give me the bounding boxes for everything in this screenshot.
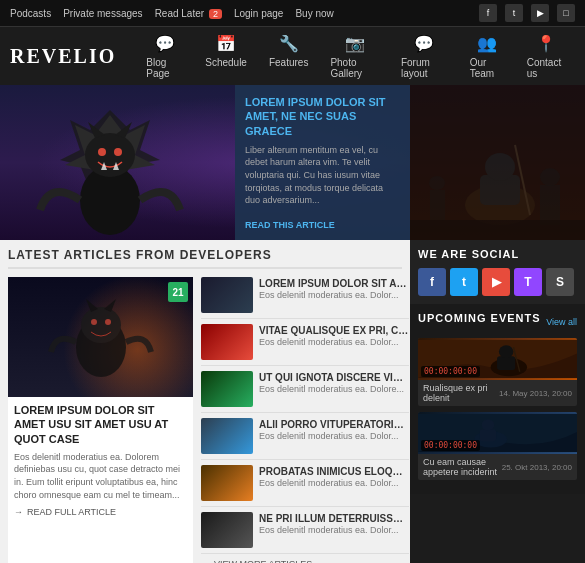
nav-photo-gallery[interactable]: 📷 Photo Gallery [320,28,389,85]
event-card-1[interactable]: 00:00:00:00 Rualisque ex pri delenit 14.… [418,338,577,406]
hero-card-title: LOREM IPSUM DOLOR SIT AMET, NE NEC SUAS … [245,95,400,138]
events-view-all[interactable]: View all [546,317,577,327]
contact-icon: 📍 [536,34,556,53]
nav-features[interactable]: 🔧 Features [259,28,318,85]
svg-point-5 [114,148,122,156]
hero-card-text: Liber alterum mentitum ea vel, cu debet … [245,144,400,214]
nav-our-team[interactable]: 👥 Our Team [460,28,515,85]
sidebar-hero-bg [410,85,585,240]
twitter-button[interactable]: t [450,268,478,296]
youtube-button[interactable]: ▶ [482,268,510,296]
topbar-twitter-icon[interactable]: t [505,4,523,22]
facebook-button[interactable]: f [418,268,446,296]
nav: REVELIO 💬 Blog Page 📅 Schedule 🔧 Feature… [0,27,585,85]
social-title: WE ARE SOCIAL [418,248,577,260]
article-thumb-1 [201,277,253,313]
article-title-5[interactable]: PROBATAS INIMICUS ELOQUENTIA... [259,465,409,478]
logo[interactable]: REVELIO [10,45,116,68]
list-item: LOREM IPSUM DOLOR SIT AMET US... Eos del… [201,277,409,319]
article-list: LOREM IPSUM DOLOR SIT AMET US... Eos del… [201,277,409,563]
article-text-5: PROBATAS INIMICUS ELOQUENTIA... Eos dele… [259,465,409,501]
article-thumb-4 [201,418,253,454]
articles-grid: 21 LOREM IPSUM DOLOR SIT AMET USU SIT AM… [8,277,402,563]
events-header: UPCOMING EVENTS View all [418,312,577,332]
svg-point-22 [540,168,560,186]
article-thumb-2 [201,324,253,360]
steam-button[interactable]: S [546,268,574,296]
list-item: ALII PORRO VITUPERATORIBUS ME... Eos del… [201,418,409,460]
article-desc-6: Eos delenitl moderatius ea. Dolor... [259,525,409,537]
article-desc-3: Eos delenitl moderatius ea. Dolore... [259,384,409,396]
svg-rect-25 [410,220,585,240]
svg-rect-21 [540,185,560,225]
nav-blog-page[interactable]: 💬 Blog Page [136,28,193,85]
hero-creature-image [30,100,190,240]
article-text-6: NE PRI ILLUM DETERRUISSET LORE... Eos de… [259,512,409,548]
twitch-button[interactable]: T [514,268,542,296]
svg-rect-28 [497,356,515,370]
article-title-3[interactable]: UT QUI IGNOTA DISCERE VIVENDO,... [259,371,409,384]
featured-title: LOREM IPSUM DOLOR SIT AMET USU SIT AMET … [14,403,187,446]
featured-read-link[interactable]: → READ FULL ARTICLE [14,507,187,517]
article-desc-1: Eos delenitl moderatius ea. Dolor... [259,290,409,302]
article-desc-4: Eos delenitl moderatius ea. Dolor... [259,431,409,443]
event-info-2: Cu eam causae appetere inciderint 25. Ok… [418,454,577,480]
blog-icon: 💬 [155,34,175,53]
schedule-icon: 📅 [216,34,236,53]
event-timer-2: 00:00:00:00 [421,440,480,451]
svg-point-13 [105,319,111,325]
topbar-read-later[interactable]: Read Later 2 [155,8,222,19]
topbar-other-icon[interactable]: □ [557,4,575,22]
sidebar-events: UPCOMING EVENTS View all 00:00:00:00 [410,304,585,494]
events-title: UPCOMING EVENTS [418,312,541,324]
article-title-4[interactable]: ALII PORRO VITUPERATORIBUS ME... [259,418,409,431]
svg-point-12 [91,319,97,325]
event-info-1: Rualisque ex pri delenit 14. May 2013, 2… [418,380,577,406]
sidebar-social: WE ARE SOCIAL f t ▶ T S [410,240,585,304]
nav-items: 💬 Blog Page 📅 Schedule 🔧 Features 📷 Phot… [136,28,575,85]
list-item: NE PRI ILLUM DETERRUISSET LORE... Eos de… [201,512,409,554]
article-title-2[interactable]: VITAE QUALISQUE EX PRI, CU EOS G... [259,324,409,337]
list-item: PROBATAS INIMICUS ELOQUENTIA... Eos dele… [201,465,409,507]
topbar-facebook-icon[interactable]: f [479,4,497,22]
topbar-podcasts[interactable]: Podcasts [10,8,51,19]
article-title-6[interactable]: NE PRI ILLUM DETERRUISSET LORE... [259,512,409,525]
article-thumb-6 [201,512,253,548]
svg-rect-23 [430,190,445,220]
forum-icon: 💬 [414,34,434,53]
topbar-youtube-icon[interactable]: ▶ [531,4,549,22]
topbar-private-messages[interactable]: Private messages [63,8,142,19]
event-date-2: 25. Okt 2013, 20:00 [502,463,572,472]
svg-rect-33 [480,429,496,441]
topbar-login[interactable]: Login page [234,8,284,19]
featured-article-image: 21 [8,277,193,397]
article-title-1[interactable]: LOREM IPSUM DOLOR SIT AMET US... [259,277,409,290]
sidebar-hero-image [410,85,585,240]
photo-icon: 📷 [345,34,365,53]
svg-point-4 [98,148,106,156]
article-thumb-3 [201,371,253,407]
featured-text: Eos delenitl moderatius ea. Dolorem defi… [14,451,187,501]
article-desc-5: Eos delenitl moderatius ea. Dolor... [259,478,409,490]
topbar-buy[interactable]: Buy now [295,8,333,19]
nav-forum[interactable]: 💬 Forum layout [391,28,458,85]
featured-image-bg [8,277,193,397]
list-item: UT QUI IGNOTA DISCERE VIVENDO,... Eos de… [201,371,409,413]
featured-badge: 21 [168,282,188,302]
event-title-2: Cu eam causae appetere inciderint [423,457,502,477]
arrow-icon: → [14,507,23,517]
event-card-2[interactable]: 00:00:00:00 Cu eam causae appetere incid… [418,412,577,480]
nav-contact[interactable]: 📍 Contact us [517,28,575,85]
content-area: LOREM IPSUM DOLOR SIT AMET, NE NEC SUAS … [0,85,410,563]
article-text-2: VITAE QUALISQUE EX PRI, CU EOS G... Eos … [259,324,409,360]
svg-point-29 [499,345,514,358]
view-more-button[interactable]: → VIEW MORE ARTICLES [201,559,409,563]
svg-point-11 [81,307,121,343]
event-image-1: 00:00:00:00 [418,338,577,380]
articles-section-title: LATEST ARTICLES FROM DEVELOPERS [8,248,402,269]
team-icon: 👥 [477,34,497,53]
event-image-2: 00:00:00:00 [418,412,577,454]
event-timer-1: 00:00:00:00 [421,366,480,377]
hero-read-link[interactable]: READ THIS ARTICLE [245,220,400,230]
nav-schedule[interactable]: 📅 Schedule [195,28,257,85]
